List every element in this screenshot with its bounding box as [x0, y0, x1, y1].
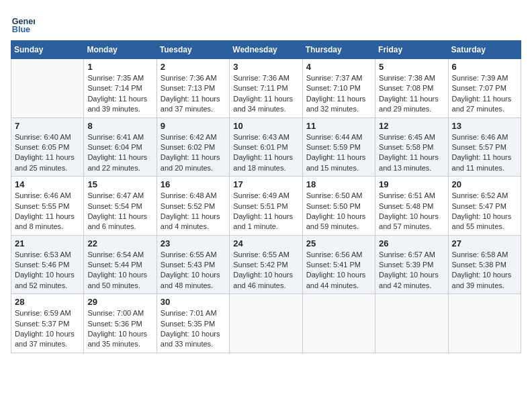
calendar-cell: 20Sunrise: 6:52 AM Sunset: 5:47 PM Dayli… — [448, 177, 521, 236]
calendar-cell — [375, 294, 448, 353]
calendar-cell: 13Sunrise: 6:46 AM Sunset: 5:57 PM Dayli… — [448, 118, 521, 177]
day-number: 17 — [233, 179, 298, 189]
day-number: 5 — [379, 62, 444, 72]
calendar-cell: 10Sunrise: 6:43 AM Sunset: 6:01 PM Dayli… — [230, 118, 302, 177]
calendar-cell: 11Sunrise: 6:44 AM Sunset: 5:59 PM Dayli… — [302, 118, 375, 177]
day-number: 30 — [161, 297, 226, 307]
calendar-cell: 22Sunrise: 6:54 AM Sunset: 5:44 PM Dayli… — [84, 235, 157, 294]
calendar-cell: 6Sunrise: 7:39 AM Sunset: 7:07 PM Daylig… — [448, 59, 521, 118]
day-info: Sunrise: 6:53 AM Sunset: 5:46 PM Dayligh… — [15, 250, 80, 291]
calendar-cell: 19Sunrise: 6:51 AM Sunset: 5:48 PM Dayli… — [375, 177, 448, 236]
calendar-week-row: 1Sunrise: 7:35 AM Sunset: 7:14 PM Daylig… — [11, 59, 521, 118]
day-info: Sunrise: 6:45 AM Sunset: 5:58 PM Dayligh… — [379, 132, 444, 174]
day-info: Sunrise: 6:44 AM Sunset: 5:59 PM Dayligh… — [306, 132, 371, 174]
day-number: 14 — [15, 179, 80, 189]
page-header: General Blue — [11, 11, 521, 35]
day-number: 24 — [233, 238, 298, 248]
day-info: Sunrise: 6:41 AM Sunset: 6:04 PM Dayligh… — [87, 132, 152, 174]
calendar-cell: 8Sunrise: 6:41 AM Sunset: 6:04 PM Daylig… — [84, 118, 157, 177]
day-info: Sunrise: 6:55 AM Sunset: 5:42 PM Dayligh… — [233, 250, 298, 291]
day-number: 25 — [306, 238, 371, 248]
calendar-table: SundayMondayTuesdayWednesdayThursdayFrid… — [11, 40, 521, 353]
day-info: Sunrise: 6:55 AM Sunset: 5:43 PM Dayligh… — [161, 250, 226, 291]
day-info: Sunrise: 7:00 AM Sunset: 5:36 PM Dayligh… — [87, 308, 152, 350]
logo-icon: General Blue — [11, 11, 35, 35]
calendar-cell: 4Sunrise: 7:37 AM Sunset: 7:10 PM Daylig… — [302, 59, 375, 118]
calendar-cell: 9Sunrise: 6:42 AM Sunset: 6:02 PM Daylig… — [157, 118, 229, 177]
day-number: 11 — [306, 121, 371, 131]
calendar-cell — [302, 294, 375, 353]
calendar-week-row: 28Sunrise: 6:59 AM Sunset: 5:37 PM Dayli… — [11, 294, 521, 353]
calendar-cell: 18Sunrise: 6:50 AM Sunset: 5:50 PM Dayli… — [302, 177, 375, 236]
day-info: Sunrise: 7:39 AM Sunset: 7:07 PM Dayligh… — [452, 73, 517, 115]
day-number: 15 — [87, 179, 152, 189]
calendar-cell: 30Sunrise: 7:01 AM Sunset: 5:35 PM Dayli… — [157, 294, 229, 353]
day-info: Sunrise: 6:58 AM Sunset: 5:38 PM Dayligh… — [452, 250, 517, 291]
day-number: 22 — [87, 238, 152, 248]
day-number: 2 — [161, 62, 226, 72]
calendar-cell — [230, 294, 302, 353]
calendar-cell: 12Sunrise: 6:45 AM Sunset: 5:58 PM Dayli… — [375, 118, 448, 177]
calendar-cell: 29Sunrise: 7:00 AM Sunset: 5:36 PM Dayli… — [84, 294, 157, 353]
calendar-cell: 15Sunrise: 6:47 AM Sunset: 5:54 PM Dayli… — [84, 177, 157, 236]
day-number: 23 — [161, 238, 226, 248]
weekday-header-saturday: Saturday — [448, 41, 521, 59]
calendar-cell: 2Sunrise: 7:36 AM Sunset: 7:13 PM Daylig… — [157, 59, 229, 118]
day-info: Sunrise: 6:57 AM Sunset: 5:39 PM Dayligh… — [379, 250, 444, 291]
day-info: Sunrise: 6:51 AM Sunset: 5:48 PM Dayligh… — [379, 191, 444, 232]
day-info: Sunrise: 7:37 AM Sunset: 7:10 PM Dayligh… — [306, 73, 371, 115]
weekday-header-sunday: Sunday — [11, 41, 84, 59]
day-info: Sunrise: 6:43 AM Sunset: 6:01 PM Dayligh… — [233, 132, 298, 174]
calendar-cell: 3Sunrise: 7:36 AM Sunset: 7:11 PM Daylig… — [230, 59, 302, 118]
day-number: 27 — [452, 238, 517, 248]
calendar-header-row: SundayMondayTuesdayWednesdayThursdayFrid… — [11, 41, 521, 59]
calendar-week-row: 21Sunrise: 6:53 AM Sunset: 5:46 PM Dayli… — [11, 235, 521, 294]
day-info: Sunrise: 6:56 AM Sunset: 5:41 PM Dayligh… — [306, 250, 371, 291]
day-number: 9 — [161, 121, 226, 131]
weekday-header-friday: Friday — [375, 41, 448, 59]
day-info: Sunrise: 6:52 AM Sunset: 5:47 PM Dayligh… — [452, 191, 517, 232]
calendar-cell — [11, 59, 84, 118]
day-info: Sunrise: 6:46 AM Sunset: 5:55 PM Dayligh… — [15, 191, 80, 232]
day-number: 18 — [306, 179, 371, 189]
day-number: 19 — [379, 179, 444, 189]
day-info: Sunrise: 6:40 AM Sunset: 6:05 PM Dayligh… — [15, 132, 80, 174]
calendar-week-row: 7Sunrise: 6:40 AM Sunset: 6:05 PM Daylig… — [11, 118, 521, 177]
svg-text:Blue: Blue — [12, 25, 30, 34]
day-info: Sunrise: 7:38 AM Sunset: 7:08 PM Dayligh… — [379, 73, 444, 115]
day-number: 13 — [452, 121, 517, 131]
logo: General Blue — [11, 11, 38, 35]
calendar-cell: 16Sunrise: 6:48 AM Sunset: 5:52 PM Dayli… — [157, 177, 229, 236]
day-number: 21 — [15, 238, 80, 248]
day-info: Sunrise: 6:54 AM Sunset: 5:44 PM Dayligh… — [87, 250, 152, 291]
day-number: 1 — [87, 62, 152, 72]
day-info: Sunrise: 7:01 AM Sunset: 5:35 PM Dayligh… — [161, 308, 226, 350]
calendar-cell: 21Sunrise: 6:53 AM Sunset: 5:46 PM Dayli… — [11, 235, 84, 294]
day-info: Sunrise: 6:59 AM Sunset: 5:37 PM Dayligh… — [15, 308, 80, 350]
day-number: 3 — [233, 62, 298, 72]
calendar-cell: 1Sunrise: 7:35 AM Sunset: 7:14 PM Daylig… — [84, 59, 157, 118]
calendar-cell — [448, 294, 521, 353]
calendar-cell: 5Sunrise: 7:38 AM Sunset: 7:08 PM Daylig… — [375, 59, 448, 118]
day-number: 8 — [87, 121, 152, 131]
day-number: 12 — [379, 121, 444, 131]
day-info: Sunrise: 7:36 AM Sunset: 7:13 PM Dayligh… — [161, 73, 226, 115]
weekday-header-tuesday: Tuesday — [157, 41, 229, 59]
calendar-cell: 25Sunrise: 6:56 AM Sunset: 5:41 PM Dayli… — [302, 235, 375, 294]
calendar-cell: 26Sunrise: 6:57 AM Sunset: 5:39 PM Dayli… — [375, 235, 448, 294]
day-number: 16 — [161, 179, 226, 189]
calendar-cell: 17Sunrise: 6:49 AM Sunset: 5:51 PM Dayli… — [230, 177, 302, 236]
weekday-header-monday: Monday — [84, 41, 157, 59]
day-number: 29 — [87, 297, 152, 307]
day-number: 4 — [306, 62, 371, 72]
calendar-cell: 23Sunrise: 6:55 AM Sunset: 5:43 PM Dayli… — [157, 235, 229, 294]
day-number: 6 — [452, 62, 517, 72]
day-info: Sunrise: 6:50 AM Sunset: 5:50 PM Dayligh… — [306, 191, 371, 232]
day-number: 20 — [452, 179, 517, 189]
day-number: 26 — [379, 238, 444, 248]
day-number: 28 — [15, 297, 80, 307]
day-info: Sunrise: 6:47 AM Sunset: 5:54 PM Dayligh… — [87, 191, 152, 232]
calendar-cell: 27Sunrise: 6:58 AM Sunset: 5:38 PM Dayli… — [448, 235, 521, 294]
day-info: Sunrise: 6:46 AM Sunset: 5:57 PM Dayligh… — [452, 132, 517, 174]
calendar-cell: 24Sunrise: 6:55 AM Sunset: 5:42 PM Dayli… — [230, 235, 302, 294]
